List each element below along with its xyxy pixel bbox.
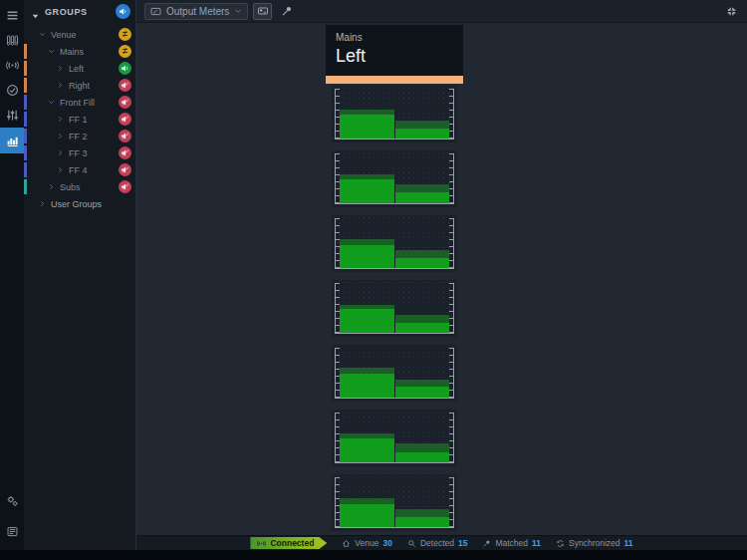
- rms-level-fill: [395, 323, 450, 333]
- peak-level-segment: [340, 305, 394, 309]
- rms-level-fill: [340, 179, 394, 204]
- status-value: 30: [382, 538, 391, 548]
- tree-row-ff-3[interactable]: FF 3: [24, 144, 135, 161]
- rail-item-menu[interactable]: [0, 3, 24, 28]
- group-color-bar: [24, 145, 27, 160]
- fullscreen-toggle-button[interactable]: [726, 6, 737, 17]
- muted-badge[interactable]: [119, 130, 131, 142]
- rail-item-amplifiers[interactable]: [0, 28, 24, 53]
- meter-baseline: [335, 333, 454, 334]
- meter-scale-right: [449, 348, 454, 399]
- collapse-triangle-icon[interactable]: [31, 7, 40, 16]
- top-region: GROUPS Venue≠Mains≠LeftRightFront FillFF…: [0, 0, 747, 550]
- bottom-strip: [0, 550, 747, 560]
- id-card-icon: [257, 5, 269, 17]
- meter-scale-right: [449, 283, 454, 334]
- meter-type-dropdown[interactable]: Output Meters: [144, 3, 248, 20]
- rail-item-settings[interactable]: [0, 488, 24, 513]
- peak-level-segment: [395, 250, 450, 258]
- output-meter-card-6: [332, 410, 457, 466]
- tree-row-ff-2[interactable]: FF 2: [24, 128, 135, 144]
- mute-mixed-badge[interactable]: ≠: [119, 45, 131, 58]
- level-bar-right: [395, 478, 450, 527]
- level-bar-right: [395, 349, 450, 398]
- tree-row-left[interactable]: Left: [24, 60, 135, 77]
- chevron-right-icon[interactable]: [57, 115, 66, 125]
- tree-row-right[interactable]: Right: [24, 77, 135, 94]
- rail-item-check[interactable]: [0, 78, 24, 103]
- rms-level-fill: [395, 192, 450, 203]
- tree-row-ff-1[interactable]: FF 1: [24, 111, 135, 128]
- card-view-button[interactable]: [253, 3, 272, 20]
- signal-icon: [6, 59, 19, 72]
- chevron-down-icon[interactable]: [39, 30, 48, 40]
- speaker-icon: [121, 64, 129, 73]
- house-icon: [342, 539, 351, 548]
- meter-type-label: Output Meters: [166, 6, 229, 17]
- meter-scale-right: [449, 153, 454, 204]
- rms-level-fill: [340, 115, 394, 139]
- chevron-right-icon[interactable]: [39, 199, 48, 209]
- peak-level-segment: [395, 443, 450, 451]
- rail-item-network[interactable]: [0, 53, 24, 78]
- meter-bars: [340, 219, 449, 268]
- chevron-right-icon[interactable]: [57, 165, 66, 175]
- status-value: 11: [532, 538, 541, 548]
- amplifiers-icon: [6, 34, 19, 47]
- menu-icon: [6, 9, 19, 22]
- muted-badge[interactable]: [119, 146, 131, 159]
- meter-bars: [340, 154, 449, 203]
- rms-level-fill: [340, 438, 394, 463]
- muted-badge[interactable]: [119, 180, 131, 193]
- speaker-muted-icon: [121, 98, 129, 107]
- level-bar-left: [340, 414, 394, 462]
- channel-name-label: Left: [336, 46, 453, 67]
- rail-item-meters[interactable]: [0, 128, 24, 153]
- speaker-muted-icon: [121, 115, 129, 124]
- chevron-right-icon[interactable]: [57, 148, 66, 158]
- chevron-right-icon[interactable]: [48, 182, 57, 192]
- rms-level-fill: [395, 517, 450, 527]
- tree-row-venue[interactable]: Venue≠: [24, 26, 135, 43]
- group-color-accent-bar: [326, 76, 463, 84]
- rms-level-fill: [395, 452, 450, 462]
- peak-level-segment: [340, 110, 394, 116]
- peak-level-segment: [340, 174, 394, 178]
- unmuted-badge[interactable]: [119, 62, 131, 75]
- tree-row-front-fill[interactable]: Front Fill: [24, 94, 135, 111]
- tree-item-label: Right: [69, 81, 90, 91]
- tree-item-label: Front Fill: [60, 98, 95, 108]
- rms-level-fill: [340, 504, 394, 527]
- meter-bars: [340, 90, 449, 139]
- status-value: 15: [458, 538, 467, 548]
- tree-item-label: FF 4: [69, 165, 88, 175]
- tree-row-mains[interactable]: Mains≠: [24, 43, 135, 60]
- tree-row-subs[interactable]: Subs: [24, 178, 135, 195]
- tree-item-label: FF 2: [69, 132, 88, 141]
- muted-badge[interactable]: [119, 113, 131, 126]
- meter-scale-right: [449, 218, 454, 269]
- master-mute-button[interactable]: [116, 4, 130, 19]
- tree-row-user-groups[interactable]: User Groups: [24, 195, 135, 212]
- chevron-right-icon[interactable]: [57, 132, 66, 141]
- mute-mixed-badge[interactable]: ≠: [119, 28, 131, 41]
- muted-badge[interactable]: [119, 163, 131, 176]
- muted-badge[interactable]: [119, 79, 131, 92]
- group-color-bar: [24, 44, 27, 59]
- chevron-right-icon[interactable]: [57, 64, 66, 74]
- group-color-bar: [24, 162, 27, 177]
- groups-panel: GROUPS Venue≠Mains≠LeftRightFront FillFF…: [24, 0, 136, 550]
- status-synchronized: Synchronized11: [556, 538, 633, 548]
- tree-row-ff-4[interactable]: FF 4: [24, 161, 135, 178]
- peak-level-segment: [340, 368, 394, 374]
- tree-item-label: FF 1: [69, 115, 88, 125]
- microphone-button[interactable]: [277, 3, 296, 20]
- speaker-muted-icon: [121, 148, 129, 157]
- rail-item-log[interactable]: [0, 519, 24, 544]
- rail-item-tuning[interactable]: [0, 103, 24, 128]
- muted-badge[interactable]: [119, 96, 131, 109]
- meter-baseline: [335, 527, 454, 528]
- chevron-down-icon[interactable]: [48, 98, 57, 108]
- chevron-down-icon[interactable]: [48, 47, 57, 57]
- chevron-right-icon[interactable]: [57, 81, 66, 91]
